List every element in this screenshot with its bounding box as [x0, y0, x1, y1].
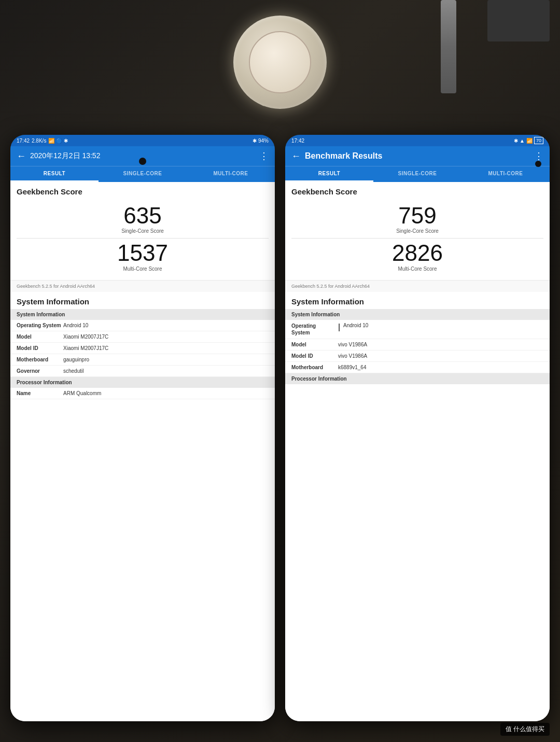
right-motherboard-value: k6889v1_64 — [338, 365, 543, 370]
table-row: Operating System Android 10 — [10, 320, 275, 331]
right-battery: 70 — [536, 138, 541, 143]
left-governor-value: schedutil — [63, 368, 269, 374]
right-tab-single[interactable]: SINGLE-CORE — [373, 166, 461, 182]
right-multi-score: 2826 — [285, 241, 550, 265]
left-os-label: Operating System — [17, 323, 63, 328]
right-battery-box: 70 — [534, 137, 543, 144]
left-phone-camera — [139, 158, 146, 165]
left-status-left: 17:42 2.8K/s 📶 🔵 ✱ — [17, 138, 68, 144]
right-status-left: 17:42 — [291, 138, 304, 144]
right-version-text: Geekbench 5.2.5 for Android AArch64 — [285, 280, 550, 292]
right-phone: 17:42 ✱ ▲ 📶 70 ← Benchmark Results ⋮ — [285, 135, 550, 721]
wireless-charger — [233, 16, 327, 109]
right-time: 17:42 — [291, 138, 304, 144]
left-proc-name-label: Name — [17, 390, 63, 396]
left-phone: 17:42 2.8K/s 📶 🔵 ✱ ✱ 94% ← 2020年12月2日 13… — [10, 135, 275, 721]
right-phone-camera — [535, 161, 541, 167]
right-bt-icon: ✱ — [514, 138, 518, 144]
left-content-inner: Geekbench Score 635 Single-Core Score 15… — [10, 182, 275, 721]
right-modelid-value: vivo V1986A — [338, 353, 543, 359]
left-motherboard-value: gauguinpro — [63, 357, 269, 362]
left-menu-button[interactable]: ⋮ — [259, 150, 269, 162]
watermark-text: 值 什么值得买 — [506, 725, 544, 733]
left-modelid-value: Xiaomi M2007J17C — [63, 345, 269, 351]
right-content-inner: Geekbench Score 759 Single-Core Score 28… — [285, 182, 550, 721]
right-os-separator: | — [338, 323, 343, 336]
watermark: 值 什么值得买 — [500, 723, 550, 736]
left-time: 17:42 — [17, 138, 30, 144]
table-row: Model vivo V1986A — [285, 339, 550, 351]
right-phone-screen: 17:42 ✱ ▲ 📶 70 ← Benchmark Results ⋮ — [285, 135, 550, 721]
left-score-container: 635 Single-Core Score 1537 Multi-Core Sc… — [10, 199, 275, 280]
left-proc-name-value: ARM Qualcomm — [63, 390, 269, 396]
right-score-divider — [291, 238, 543, 239]
right-geekbench-title: Geekbench Score — [285, 182, 550, 199]
left-status-right: ✱ 94% — [253, 138, 269, 144]
phones-container: 17:42 2.8K/s 📶 🔵 ✱ ✱ 94% ← 2020年12月2日 13… — [10, 135, 550, 721]
right-menu-button[interactable]: ⋮ — [534, 150, 543, 162]
right-os-value: Android 10 — [343, 323, 543, 336]
right-tab-result[interactable]: RESULT — [285, 166, 373, 182]
right-signal-icon: 📶 — [526, 138, 533, 144]
left-bt-icon: ✱ — [253, 138, 257, 144]
right-status-bar: 17:42 ✱ ▲ 📶 70 — [285, 135, 550, 146]
left-single-score: 635 — [10, 203, 275, 228]
charger-pad — [249, 31, 311, 93]
table-row: Name ARM Qualcomm — [10, 388, 275, 399]
left-motherboard-label: Motherboard — [17, 357, 63, 362]
table-row: Governor schedutil — [10, 366, 275, 377]
left-single-label: Single-Core Score — [10, 228, 275, 234]
left-sysinfo-title: System Information — [10, 292, 275, 309]
left-model-label: Model — [17, 334, 63, 340]
right-multi-label: Multi-Core Score — [285, 266, 550, 272]
left-multi-score: 1537 — [10, 241, 275, 265]
right-single-label: Single-Core Score — [285, 228, 550, 234]
right-sysinfo-title: System Information — [285, 292, 550, 309]
right-back-button[interactable]: ← — [291, 151, 301, 162]
right-tab-bar: RESULT SINGLE-CORE MULTI-CORE — [285, 166, 550, 182]
right-model-value: vivo V1986A — [338, 342, 543, 347]
usb-device — [487, 0, 550, 41]
right-model-label: Model — [291, 342, 338, 347]
right-status-right: ✱ ▲ 📶 70 — [514, 137, 543, 144]
left-geekbench-title: Geekbench Score — [10, 182, 275, 199]
left-governor-label: Governor — [17, 368, 63, 374]
right-tab-multi[interactable]: MULTI-CORE — [461, 166, 550, 182]
left-model-value: Xiaomi M2007J17C — [63, 334, 269, 340]
table-row: Model Xiaomi M2007J17C — [10, 331, 275, 343]
table-row: Model ID Xiaomi M2007J17C — [10, 343, 275, 354]
left-status-bar: 17:42 2.8K/s 📶 🔵 ✱ ✱ 94% — [10, 135, 275, 146]
left-icons: 📶 🔵 ✱ — [48, 138, 68, 144]
left-battery: 94% — [258, 138, 269, 144]
left-processor-header: Processor Information — [10, 377, 275, 388]
left-phone-screen: 17:42 2.8K/s 📶 🔵 ✱ ✱ 94% ← 2020年12月2日 13… — [10, 135, 275, 721]
right-sysinfo-header: System Information — [285, 309, 550, 320]
right-motherboard-label: Motherboard — [291, 365, 338, 370]
left-tab-bar: RESULT SINGLE-CORE MULTI-CORE — [10, 166, 275, 182]
left-tab-multi[interactable]: MULTI-CORE — [187, 166, 275, 182]
charging-cable — [441, 0, 456, 93]
right-header-title: Benchmark Results — [305, 151, 382, 161]
right-header-left: ← Benchmark Results — [291, 151, 382, 162]
left-tab-single[interactable]: SINGLE-CORE — [99, 166, 187, 182]
left-multi-label: Multi-Core Score — [10, 266, 275, 272]
left-back-button[interactable]: ← — [17, 151, 26, 162]
right-processor-header: Processor Information — [285, 373, 550, 384]
left-signal: 2.8K/s — [32, 138, 46, 144]
table-row: Motherboard k6889v1_64 — [285, 362, 550, 373]
left-sysinfo-header: System Information — [10, 309, 275, 320]
left-os-value: Android 10 — [63, 323, 269, 328]
left-tab-result[interactable]: RESULT — [10, 166, 99, 182]
table-row: OperatingSystem | Android 10 — [285, 320, 550, 339]
right-single-score: 759 — [285, 203, 550, 228]
left-header-title: 2020年12月2日 13:52 — [30, 151, 100, 161]
left-version-text: Geekbench 5.2.5 for Android AArch64 — [10, 280, 275, 292]
right-content: Geekbench Score 759 Single-Core Score 28… — [285, 182, 550, 721]
right-modelid-label: Model ID — [291, 353, 338, 359]
left-content: Geekbench Score 635 Single-Core Score 15… — [10, 182, 275, 721]
left-header-left: ← 2020年12月2日 13:52 — [17, 151, 100, 162]
right-score-container: 759 Single-Core Score 2826 Multi-Core Sc… — [285, 199, 550, 280]
table-row: Model ID vivo V1986A — [285, 351, 550, 362]
left-modelid-label: Model ID — [17, 345, 63, 351]
right-wifi-icon: ▲ — [520, 138, 525, 144]
